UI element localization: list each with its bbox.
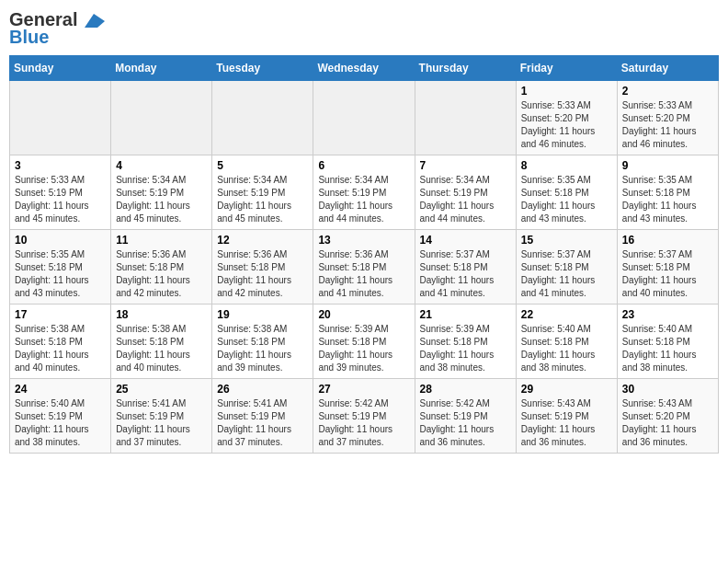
daylight: Daylight: 11 hours and 43 minutes. <box>622 201 697 224</box>
daylight: Daylight: 11 hours and 43 minutes. <box>15 275 89 298</box>
day-number: 5 <box>217 159 308 172</box>
day-info: Sunrise: 5:41 AM Sunset: 5:19 PM Dayligh… <box>116 397 207 449</box>
sunrise: Sunrise: 5:34 AM <box>217 175 287 185</box>
sunset: Sunset: 5:18 PM <box>622 337 690 347</box>
sunrise: Sunrise: 5:39 AM <box>420 324 490 334</box>
sunrise: Sunrise: 5:33 AM <box>622 100 692 110</box>
day-number: 8 <box>521 159 612 172</box>
sunset: Sunset: 5:18 PM <box>15 337 83 347</box>
day-number: 23 <box>622 308 713 321</box>
day-number: 3 <box>15 159 106 172</box>
daylight: Daylight: 11 hours and 45 minutes. <box>116 201 190 224</box>
sunrise: Sunrise: 5:35 AM <box>521 175 591 185</box>
logo-blue-text: Blue <box>9 27 49 48</box>
sunrise: Sunrise: 5:35 AM <box>622 175 692 185</box>
day-info: Sunrise: 5:33 AM Sunset: 5:19 PM Dayligh… <box>15 174 106 225</box>
day-number: 28 <box>420 383 511 396</box>
day-number: 14 <box>420 234 511 247</box>
calendar-cell: 25 Sunrise: 5:41 AM Sunset: 5:19 PM Dayl… <box>111 379 212 454</box>
sunrise: Sunrise: 5:33 AM <box>15 175 85 185</box>
calendar-cell: 4 Sunrise: 5:34 AM Sunset: 5:19 PM Dayli… <box>111 155 212 230</box>
sunrise: Sunrise: 5:43 AM <box>622 398 692 408</box>
sunrise: Sunrise: 5:33 AM <box>521 100 591 110</box>
daylight: Daylight: 11 hours and 37 minutes. <box>217 424 291 447</box>
sunset: Sunset: 5:18 PM <box>420 337 488 347</box>
daylight: Daylight: 11 hours and 36 minutes. <box>521 424 596 447</box>
calendar-cell: 3 Sunrise: 5:33 AM Sunset: 5:19 PM Dayli… <box>10 155 111 230</box>
sunset: Sunset: 5:20 PM <box>521 113 589 123</box>
weekday-header: Tuesday <box>212 56 313 81</box>
day-number: 30 <box>622 383 713 396</box>
calendar-week-row: 1 Sunrise: 5:33 AM Sunset: 5:20 PM Dayli… <box>10 81 719 155</box>
day-number: 2 <box>622 85 713 98</box>
sunrise: Sunrise: 5:39 AM <box>318 324 388 334</box>
sunrise: Sunrise: 5:43 AM <box>521 398 591 408</box>
sunrise: Sunrise: 5:42 AM <box>318 398 388 408</box>
sunset: Sunset: 5:19 PM <box>420 411 488 421</box>
sunrise: Sunrise: 5:37 AM <box>420 249 490 259</box>
svg-marker-0 <box>85 14 105 28</box>
daylight: Daylight: 11 hours and 45 minutes. <box>15 201 89 224</box>
calendar-cell: 8 Sunrise: 5:35 AM Sunset: 5:18 PM Dayli… <box>516 155 617 230</box>
calendar-cell: 14 Sunrise: 5:37 AM Sunset: 5:18 PM Dayl… <box>415 230 516 304</box>
sunset: Sunset: 5:18 PM <box>116 262 184 272</box>
weekday-header: Saturday <box>617 56 718 81</box>
day-number: 10 <box>15 234 106 247</box>
calendar-week-row: 10 Sunrise: 5:35 AM Sunset: 5:18 PM Dayl… <box>10 230 719 304</box>
daylight: Daylight: 11 hours and 41 minutes. <box>318 275 392 298</box>
sunrise: Sunrise: 5:34 AM <box>318 175 388 185</box>
day-number: 21 <box>420 308 511 321</box>
calendar-cell: 22 Sunrise: 5:40 AM Sunset: 5:18 PM Dayl… <box>516 304 617 379</box>
calendar-cell: 1 Sunrise: 5:33 AM Sunset: 5:20 PM Dayli… <box>516 81 617 155</box>
day-info: Sunrise: 5:40 AM Sunset: 5:18 PM Dayligh… <box>521 323 612 374</box>
calendar-cell: 28 Sunrise: 5:42 AM Sunset: 5:19 PM Dayl… <box>415 379 516 454</box>
daylight: Daylight: 11 hours and 42 minutes. <box>116 275 190 298</box>
day-number: 18 <box>116 308 207 321</box>
daylight: Daylight: 11 hours and 44 minutes. <box>420 201 495 224</box>
calendar-cell: 5 Sunrise: 5:34 AM Sunset: 5:19 PM Dayli… <box>212 155 313 230</box>
sunset: Sunset: 5:18 PM <box>217 337 285 347</box>
day-number: 22 <box>521 308 612 321</box>
day-number: 17 <box>15 308 106 321</box>
daylight: Daylight: 11 hours and 40 minutes. <box>15 350 89 373</box>
day-number: 16 <box>622 234 713 247</box>
sunrise: Sunrise: 5:38 AM <box>15 324 85 334</box>
calendar-header-row: SundayMondayTuesdayWednesdayThursdayFrid… <box>10 56 719 81</box>
day-number: 29 <box>521 383 612 396</box>
sunrise: Sunrise: 5:38 AM <box>116 324 186 334</box>
day-number: 12 <box>217 234 308 247</box>
day-number: 20 <box>318 308 409 321</box>
sunset: Sunset: 5:18 PM <box>318 262 386 272</box>
daylight: Daylight: 11 hours and 36 minutes. <box>420 424 495 447</box>
calendar-cell: 16 Sunrise: 5:37 AM Sunset: 5:18 PM Dayl… <box>617 230 718 304</box>
day-info: Sunrise: 5:36 AM Sunset: 5:18 PM Dayligh… <box>217 248 308 300</box>
daylight: Daylight: 11 hours and 40 minutes. <box>622 275 697 298</box>
day-info: Sunrise: 5:38 AM Sunset: 5:18 PM Dayligh… <box>15 323 106 374</box>
day-info: Sunrise: 5:35 AM Sunset: 5:18 PM Dayligh… <box>521 174 612 225</box>
calendar-cell <box>415 81 516 155</box>
sunset: Sunset: 5:20 PM <box>622 113 690 123</box>
daylight: Daylight: 11 hours and 37 minutes. <box>116 424 190 447</box>
day-info: Sunrise: 5:34 AM Sunset: 5:19 PM Dayligh… <box>116 174 207 225</box>
calendar-cell: 30 Sunrise: 5:43 AM Sunset: 5:20 PM Dayl… <box>617 379 718 454</box>
day-number: 7 <box>420 159 511 172</box>
daylight: Daylight: 11 hours and 41 minutes. <box>521 275 596 298</box>
day-info: Sunrise: 5:40 AM Sunset: 5:18 PM Dayligh… <box>622 323 713 374</box>
sunset: Sunset: 5:19 PM <box>217 411 285 421</box>
day-info: Sunrise: 5:42 AM Sunset: 5:19 PM Dayligh… <box>420 397 511 449</box>
sunset: Sunset: 5:20 PM <box>622 411 690 421</box>
day-info: Sunrise: 5:37 AM Sunset: 5:18 PM Dayligh… <box>622 248 713 300</box>
calendar-table: SundayMondayTuesdayWednesdayThursdayFrid… <box>9 55 719 454</box>
calendar-cell: 26 Sunrise: 5:41 AM Sunset: 5:19 PM Dayl… <box>212 379 313 454</box>
day-number: 19 <box>217 308 308 321</box>
logo-icon <box>85 14 105 28</box>
calendar-cell: 11 Sunrise: 5:36 AM Sunset: 5:18 PM Dayl… <box>111 230 212 304</box>
sunset: Sunset: 5:19 PM <box>15 411 83 421</box>
weekday-header: Sunday <box>10 56 111 81</box>
calendar-cell <box>10 81 111 155</box>
daylight: Daylight: 11 hours and 38 minutes. <box>15 424 89 447</box>
calendar-cell <box>212 81 313 155</box>
day-info: Sunrise: 5:38 AM Sunset: 5:18 PM Dayligh… <box>217 323 308 374</box>
day-info: Sunrise: 5:35 AM Sunset: 5:18 PM Dayligh… <box>15 248 106 300</box>
calendar-cell: 20 Sunrise: 5:39 AM Sunset: 5:18 PM Dayl… <box>313 304 415 379</box>
